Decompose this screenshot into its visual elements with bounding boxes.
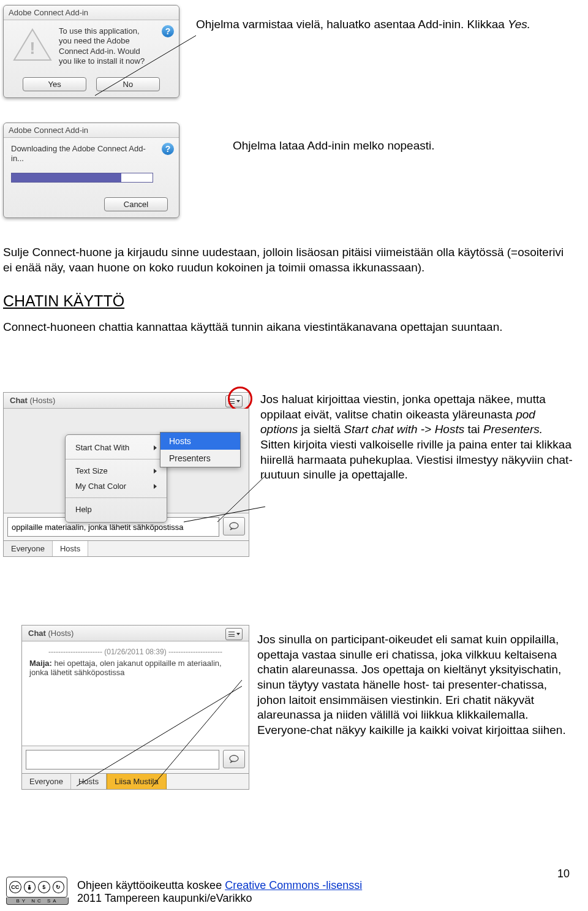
highlight-circle	[228, 387, 252, 411]
chat-pod-header: Chat (Hosts)	[4, 393, 249, 409]
dialog-title: Adobe Connect Add-in	[4, 123, 179, 138]
send-button[interactable]	[223, 517, 245, 535]
dialog-title: Adobe Connect Add-in	[4, 6, 179, 20]
menu-item-my-chat-color[interactable]: My Chat Color	[66, 478, 167, 494]
cancel-button[interactable]: Cancel	[104, 197, 168, 211]
svg-point-6	[230, 755, 238, 762]
chat-pod: Chat (Hosts) Start Chat With Text Size M…	[3, 392, 249, 557]
paragraph: Ohjelma lataa Add-inin melko nopeasti.	[233, 138, 567, 154]
chat-input[interactable]	[26, 750, 219, 769]
chat-timestamp: ---------------------- (01/26/2011 08:39…	[29, 648, 241, 656]
submenu-item-presenters[interactable]: Presenters	[160, 450, 240, 467]
paragraph: Connect-huoneen chattia kannattaa käyttä…	[3, 320, 573, 335]
svg-point-3	[230, 523, 238, 529]
chat-tabs: Everyone Hosts	[4, 540, 249, 556]
tab-everyone[interactable]: Everyone	[4, 541, 53, 556]
pod-options-menu: Start Chat With Text Size My Chat Color …	[65, 434, 167, 523]
footer-text: Ohjeen käyttöoikeutta koskee Creative Co…	[77, 879, 362, 905]
svg-point-9	[29, 885, 31, 886]
no-button[interactable]: No	[96, 77, 160, 91]
menu-item-help[interactable]: Help	[66, 502, 167, 517]
progress-bar	[11, 173, 153, 183]
section-heading: CHATIN KÄYTTÖ	[3, 292, 573, 310]
chat-message: Maija: hei opettaja, olen jakanut oppila…	[29, 659, 241, 677]
menu-item-start-chat-with[interactable]: Start Chat With	[66, 440, 167, 455]
install-addin-dialog: Adobe Connect Add-in ? ! To use this app…	[3, 5, 179, 98]
chat-pod: Chat (Hosts) ---------------------- (01/…	[21, 625, 249, 790]
paragraph: Sulje Connect-huone ja kirjaudu sinne uu…	[3, 245, 573, 275]
warning-icon: !	[11, 26, 54, 63]
cc-license-link[interactable]: Creative Commons -lisenssi	[225, 879, 362, 891]
speech-bubble-icon	[228, 522, 239, 531]
chat-pod-header: Chat (Hosts)	[22, 626, 249, 641]
menu-item-text-size[interactable]: Text Size	[66, 463, 167, 478]
paragraph: Jos haluat kirjoittaa viestin, jonka ope…	[260, 392, 573, 483]
send-button[interactable]	[223, 750, 245, 768]
yes-button[interactable]: Yes	[23, 77, 86, 91]
svg-text:!: !	[29, 39, 35, 58]
page-footer: CC $ ↻ BY NC SA Ohjeen käyttöoikeutta ko…	[6, 877, 570, 905]
page-number: 10	[557, 868, 570, 880]
start-chat-with-submenu: Hosts Presenters	[160, 432, 241, 467]
tab-everyone[interactable]: Everyone	[22, 774, 71, 789]
help-icon: ?	[162, 143, 174, 155]
submenu-item-hosts[interactable]: Hosts	[160, 433, 240, 450]
dialog-message: Downloading the Adobe Connect Add-in...	[11, 144, 153, 164]
tab-hosts[interactable]: Hosts	[53, 541, 88, 556]
speech-bubble-icon	[228, 755, 239, 763]
paragraph: Ohjelma varmistaa vielä, haluatko asenta…	[196, 17, 539, 32]
tab-private-chat[interactable]: Liisa Mustila	[107, 774, 167, 789]
downloading-addin-dialog: Adobe Connect Add-in ? Downloading the A…	[3, 123, 179, 218]
help-icon: ?	[162, 25, 174, 37]
pod-options-button[interactable]	[225, 628, 243, 640]
chat-tabs: Everyone Hosts Liisa Mustila	[22, 773, 249, 789]
cc-badge: CC $ ↻ BY NC SA	[6, 877, 69, 905]
paragraph: Jos sinulla on participant-oikeudet eli …	[257, 632, 576, 738]
tab-hosts[interactable]: Hosts	[71, 774, 107, 789]
